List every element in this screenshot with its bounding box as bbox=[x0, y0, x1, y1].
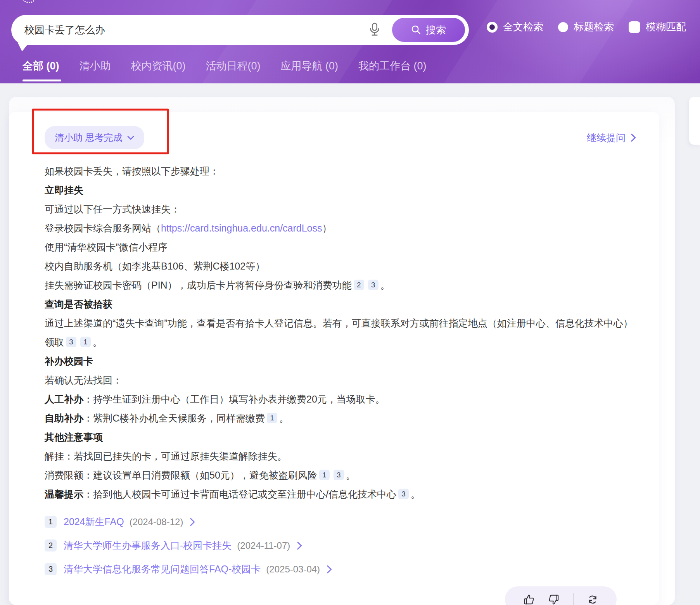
reference-link[interactable]: 清华大学信息化服务常见问题回答FAQ-校园卡 bbox=[64, 563, 261, 576]
continue-question-link[interactable]: 继续提问 bbox=[587, 131, 636, 144]
reference-item[interactable]: 2清华大学师生办事服务入口-校园卡挂失(2024-11-07) bbox=[45, 539, 636, 552]
search-button[interactable]: 搜索 bbox=[391, 16, 467, 43]
checkbox-control-fuzzy[interactable] bbox=[629, 21, 640, 33]
thumbs-up-icon bbox=[523, 594, 535, 605]
text: ：持学生证到注册中心（工作日）填写补办表并缴费20元，当场取卡。 bbox=[83, 394, 385, 404]
checkbox-fuzzy[interactable]: 模糊匹配 bbox=[629, 20, 686, 34]
refresh-button[interactable] bbox=[587, 594, 598, 605]
chevron-down-icon bbox=[127, 136, 134, 140]
assistant-status-pill[interactable]: 清小助 思考完成 bbox=[45, 126, 144, 149]
text: ：紫荆C楼补办机全天候服务，同样需缴费 bbox=[83, 413, 265, 424]
radio-control-title[interactable] bbox=[558, 22, 568, 32]
reference-link[interactable]: 2024新生FAQ bbox=[64, 515, 124, 528]
answer-paragraph: 温馨提示：拾到他人校园卡可通过卡背面电话登记或交至注册中心/信息化技术中心3。 bbox=[45, 485, 636, 504]
reference-link[interactable]: 清华大学师生办事服务入口-校园卡挂失 bbox=[64, 539, 232, 552]
citation-badge[interactable]: 1 bbox=[80, 337, 91, 347]
text: 挂失需验证校园卡密码（PIN），成功后卡片将暂停身份查验和消费功能 bbox=[45, 280, 352, 290]
card-loss-service-link[interactable]: https://card.tsinghua.edu.cn/cardLoss bbox=[161, 223, 322, 233]
text: 通过上述渠道的“遗失卡查询”功能，查看是否有拾卡人登记信息。若有，可直接联系对方… bbox=[45, 318, 633, 347]
citation-badge[interactable]: 3 bbox=[398, 489, 409, 499]
search-row: 搜索 bbox=[11, 15, 469, 45]
bold-text: 立即挂失 bbox=[45, 185, 83, 195]
tab-workspace[interactable]: 我的工作台 (0) bbox=[358, 59, 427, 79]
text: 如果校园卡丢失，请按照以下步骤处理： bbox=[45, 166, 219, 176]
search-bar-tail bbox=[16, 43, 28, 52]
reference-list: 12024新生FAQ(2024-08-12)2清华大学师生办事服务入口-校园卡挂… bbox=[45, 515, 636, 576]
answer-paragraph: 人工补办：持学生证到注册中心（工作日）填写补办表并缴费20元，当场取卡。 bbox=[45, 390, 636, 409]
text: 若确认无法找回： bbox=[45, 375, 122, 385]
answer-paragraph: 挂失需验证校园卡密码（PIN），成功后卡片将暂停身份查验和消费功能23。 bbox=[45, 276, 636, 295]
answer-paragraph: 消费限额：建议设置单日消费限额（如50元），避免被盗刷风险13。 bbox=[45, 466, 636, 485]
text: 使用“清华校园卡”微信小程序 bbox=[45, 242, 168, 252]
actions-bar bbox=[505, 586, 617, 605]
refresh-icon bbox=[587, 594, 598, 605]
tab-app-nav[interactable]: 应用导航 (0) bbox=[281, 59, 339, 79]
text: 解挂：若找回已挂失的卡，可通过原挂失渠道解除挂失。 bbox=[45, 451, 287, 462]
citation-badge[interactable]: 2 bbox=[354, 280, 364, 290]
tab-qingxiaozhu[interactable]: 清小助 bbox=[80, 59, 111, 79]
thumbs-up-button[interactable] bbox=[523, 594, 535, 605]
radio-control-fulltext[interactable] bbox=[487, 22, 498, 33]
search-button-label: 搜索 bbox=[426, 23, 446, 37]
university-logo bbox=[21, 0, 37, 3]
text: 消费限额：建议设置单日消费限额（如50元），避免被盗刷风险 bbox=[45, 470, 317, 481]
chevron-right-icon bbox=[190, 518, 195, 526]
answer-paragraph: 通过上述渠道的“遗失卡查询”功能，查看是否有拾卡人登记信息。若有，可直接联系对方… bbox=[45, 314, 636, 352]
text: 登录校园卡综合服务网站（ bbox=[45, 223, 161, 233]
side-widget-card bbox=[689, 97, 700, 145]
bold-text: 自助补办 bbox=[45, 413, 83, 424]
chevron-right-icon bbox=[631, 133, 636, 142]
text: 可通过以下任一方式快速挂失： bbox=[45, 204, 180, 214]
radio-fulltext[interactable]: 全文检索 bbox=[487, 20, 543, 34]
answer-paragraph: 自助补办：紫荆C楼补办机全天候服务，同样需缴费1。 bbox=[45, 409, 636, 428]
reference-item[interactable]: 12024新生FAQ(2024-08-12) bbox=[45, 515, 636, 528]
bold-text: 查询是否被拾获 bbox=[45, 299, 112, 309]
citation-badge[interactable]: 3 bbox=[334, 470, 344, 480]
microphone-icon[interactable] bbox=[368, 22, 381, 38]
citation-badge[interactable]: 1 bbox=[267, 413, 277, 423]
reference-number-badge: 3 bbox=[45, 563, 57, 575]
tab-all[interactable]: 全部 (0) bbox=[22, 59, 59, 79]
text: 。 bbox=[93, 337, 102, 347]
option-label-title: 标题检索 bbox=[574, 20, 614, 34]
reference-date: (2025-03-04) bbox=[266, 564, 320, 575]
tab-events[interactable]: 活动日程(0) bbox=[206, 59, 261, 79]
actions-divider bbox=[573, 593, 574, 605]
answer-card: 清小助 思考完成 继续提问 如果校园卡丢失，请按照以下步骤处理：立即挂失可通过以… bbox=[9, 112, 659, 605]
answer-paragraph: 登录校园卡综合服务网站（https://card.tsinghua.edu.cn… bbox=[45, 219, 636, 238]
reference-item[interactable]: 3清华大学信息化服务常见问题回答FAQ-校园卡(2025-03-04) bbox=[45, 563, 636, 576]
search-input[interactable] bbox=[24, 24, 368, 36]
answer-paragraph: 补办校园卡 bbox=[45, 352, 636, 371]
answer-paragraph: 查询是否被拾获 bbox=[45, 295, 636, 314]
text: 。 bbox=[279, 413, 289, 424]
citation-badge[interactable]: 1 bbox=[319, 470, 330, 480]
continue-question-label: 继续提问 bbox=[587, 131, 626, 144]
tab-label-campus-news: 校内资讯(0) bbox=[131, 60, 186, 72]
bold-text: 温馨提示 bbox=[45, 489, 83, 500]
text: 。 bbox=[411, 489, 420, 500]
text: 。 bbox=[346, 470, 356, 481]
citation-badge[interactable]: 3 bbox=[368, 280, 379, 290]
tab-label-workspace: 我的工作台 (0) bbox=[358, 60, 427, 72]
answer-paragraph: 解挂：若找回已挂失的卡，可通过原挂失渠道解除挂失。 bbox=[45, 447, 636, 466]
search-bar[interactable]: 搜索 bbox=[11, 15, 469, 45]
reference-date: (2024-11-07) bbox=[237, 540, 290, 551]
citation-badge[interactable]: 3 bbox=[66, 337, 76, 347]
thumbs-down-icon bbox=[548, 594, 560, 605]
text: ） bbox=[322, 223, 332, 233]
tab-label-qingxiaozhu: 清小助 bbox=[80, 60, 111, 72]
answer-paragraph: 立即挂失 bbox=[45, 181, 636, 200]
tab-label-all: 全部 (0) bbox=[22, 60, 59, 72]
bold-text: 人工补办 bbox=[45, 394, 83, 404]
tab-label-app-nav: 应用导航 (0) bbox=[281, 60, 339, 72]
bold-text: 补办校园卡 bbox=[45, 356, 93, 366]
header: 搜索 全文检索标题检索模糊匹配 全部 (0)清小助校内资讯(0)活动日程(0)应… bbox=[0, 0, 700, 83]
thumbs-down-button[interactable] bbox=[548, 594, 560, 605]
radio-title[interactable]: 标题检索 bbox=[558, 20, 614, 34]
answer-paragraph: 校内自助服务机（如李兆基B106、紫荆C楼102等） bbox=[45, 257, 636, 276]
option-label-fuzzy: 模糊匹配 bbox=[646, 20, 686, 34]
tab-campus-news[interactable]: 校内资讯(0) bbox=[131, 59, 186, 79]
answer-paragraph: 使用“清华校园卡”微信小程序 bbox=[45, 238, 636, 257]
chevron-right-icon bbox=[297, 541, 302, 550]
option-label-fulltext: 全文检索 bbox=[503, 20, 543, 34]
